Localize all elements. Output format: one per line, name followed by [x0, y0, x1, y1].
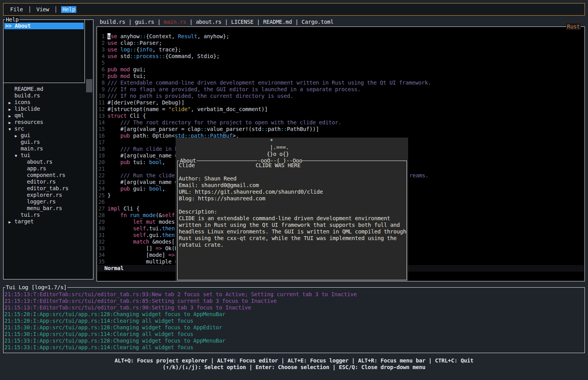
tree-item-label: README.md: [14, 86, 43, 92]
tree-item-explorer.rs[interactable]: explorer.rs: [4, 192, 92, 198]
code-token: ::: [130, 53, 136, 59]
code-token: /// If no flags are provided, the GUI ed…: [107, 86, 361, 92]
tree-item-about.rs[interactable]: about.rs: [4, 159, 92, 165]
line-number: 1: [97, 33, 105, 40]
code-token: impl: [107, 205, 120, 212]
code-line: 3use log::{info, trace};: [97, 46, 584, 53]
code-line: 8/// Extendable command-line driven deve…: [97, 80, 584, 86]
tree-item-resources[interactable]: ▶resources: [4, 119, 92, 125]
code-text: /// The root directory for the project t…: [105, 119, 342, 126]
line-number: 33: [97, 245, 105, 252]
code-token: "clide": [168, 106, 191, 112]
menu-item-help[interactable]: Help: [61, 6, 76, 13]
code-line: 14 /// The root directory for the projec…: [97, 119, 584, 126]
tab-Cargo.toml[interactable]: Cargo.toml: [301, 19, 333, 25]
chevron-expanded-icon: ▼: [9, 126, 14, 133]
tree-item-logger.rs[interactable]: logger.rs: [4, 198, 92, 205]
code-token: use: [107, 53, 117, 59]
log-line: 21:15:33:I:App:src/tui/app.rs:128:Changi…: [4, 338, 584, 344]
code-text: match &modes[.: [105, 239, 178, 245]
tree-item-gui.rs[interactable]: gui.rs: [4, 139, 92, 145]
code-line: 13struct Cli {: [97, 113, 584, 119]
tab-README.md[interactable]: README.md: [263, 19, 292, 25]
tree-item-icons[interactable]: ▶icons: [4, 99, 92, 106]
tree-item-label: about.rs: [27, 159, 53, 165]
tree-item-libclide[interactable]: ▶libclide: [4, 106, 92, 112]
tree-item-main.rs[interactable]: main.rs: [4, 145, 92, 152]
line-number: 27: [97, 205, 105, 212]
line-number: 10: [97, 93, 105, 99]
line-number: 34: [97, 252, 105, 258]
tree-item-label: libclide: [14, 106, 40, 112]
tree-item-label: icons: [14, 99, 30, 105]
line-number: 7: [97, 73, 105, 80]
code-token: #[derive(Parser, Debug)]: [107, 99, 185, 106]
tab-main.rs[interactable]: main.rs: [164, 19, 187, 25]
tree-item-tui.rs[interactable]: tui.rs: [4, 212, 92, 218]
help-dropdown-title: Help: [5, 16, 19, 23]
tab-separator: |: [186, 19, 196, 25]
tree-item-target[interactable]: ▶target: [4, 218, 92, 225]
code-token: gui;: [130, 66, 146, 72]
line-number: 18: [97, 146, 105, 152]
tree-item-editor.rs[interactable]: editor.rs: [4, 179, 92, 185]
code-line: 6pub mod gui;: [97, 66, 584, 73]
code-overflow-fragment: reams.: [409, 172, 428, 179]
log-line: 21:15:20:I:App:src/tui/app.rs:114:Cleari…: [4, 318, 584, 324]
code-token: , anyhow};: [197, 33, 229, 39]
code-text: /// Run the clide: [105, 172, 175, 179]
code-token: se: [111, 33, 117, 39]
line-number: 3: [97, 46, 105, 53]
code-token: }: [107, 192, 111, 198]
explorer-scrollbar-thumb[interactable]: [86, 79, 92, 92]
tree-item-src[interactable]: ▼src: [4, 125, 92, 132]
code-token: pub mod: [107, 73, 130, 79]
tree-item-build.rs[interactable]: build.rs: [4, 92, 92, 99]
code-token: process: [136, 53, 159, 59]
code-token: info: [139, 46, 152, 53]
code-line: 7pub mod tui;: [97, 73, 584, 80]
menu-item-file[interactable]: File: [9, 6, 24, 13]
tree-item-README.md[interactable]: README.md: [4, 86, 92, 92]
code-token: self: [162, 212, 175, 218]
dropdown-item-about[interactable]: >> About: [4, 23, 84, 29]
code-text: use log::{info, trace};: [105, 46, 181, 53]
tree-item-editor_tab.rs[interactable]: editor_tab.rs: [4, 185, 92, 192]
code-token: path: Option<: [130, 133, 175, 139]
code-token: struct: [107, 113, 127, 119]
tree-item-qml[interactable]: ▶qml: [4, 112, 92, 119]
line-number: 30: [97, 225, 105, 232]
tree-item-label: target: [14, 218, 33, 224]
tree-item-label: main.rs: [21, 145, 43, 152]
tree-item-tui[interactable]: ▼tui: [4, 152, 92, 159]
line-number: 17: [97, 139, 105, 146]
tab-build.rs[interactable]: build.rs: [100, 19, 125, 25]
tree-item-label: gui.rs: [21, 139, 40, 145]
line-number: 15: [97, 126, 105, 133]
tui-log-title: Tui Log [log=1.7/s]: [5, 284, 67, 291]
tree-item-menu_bar.rs[interactable]: menu_bar.rs: [4, 205, 92, 212]
tab-separator: |: [222, 19, 231, 25]
keybind-help-bar: ALT+Q: Focus project explorer | ALT+W: F…: [0, 357, 588, 371]
code-token: {Context,: [146, 33, 178, 39]
tab-gui.rs[interactable]: gui.rs: [135, 19, 154, 25]
code-token: value_parser!(std: [207, 126, 261, 132]
tree-item-gui[interactable]: ▶gui: [4, 132, 92, 139]
menu-item-view[interactable]: View: [35, 6, 50, 13]
tree-item-app.rs[interactable]: app.rs: [4, 165, 92, 172]
tab-about.rs[interactable]: about.rs: [196, 19, 222, 25]
line-number: 21: [97, 166, 105, 172]
code-token: ::: [261, 126, 268, 132]
line-number: 32: [97, 239, 105, 245]
log-line: 21:15:30:I:App:src/tui/app.rs:114:Cleari…: [4, 331, 584, 338]
code-token: log: [117, 46, 130, 53]
editor-mode: Normal: [104, 265, 123, 271]
code-token: {Command, Stdio};: [165, 53, 220, 59]
line-number: 31: [97, 232, 105, 239]
tree-item-component.rs[interactable]: component.rs: [4, 172, 92, 179]
code-text: use anyhow::{Context, Result, anyhow};: [105, 33, 229, 40]
code-text: #[arg(value_name =: [105, 179, 178, 186]
code-token: match: [107, 239, 149, 245]
tab-LICENSE[interactable]: LICENSE: [231, 19, 254, 25]
code-line: 2use clap::Parser;: [97, 40, 584, 46]
